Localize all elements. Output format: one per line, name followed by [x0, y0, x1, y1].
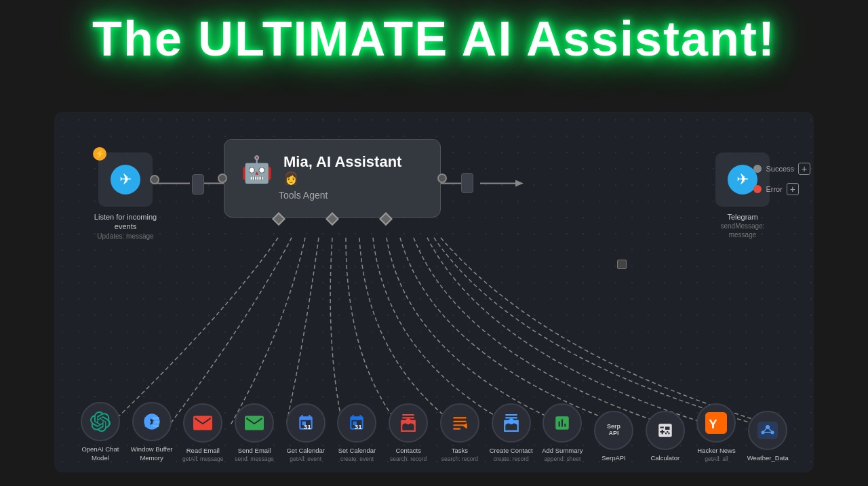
connector-box-2 — [461, 173, 473, 193]
success-dot — [753, 165, 762, 173]
diamond-3 — [379, 212, 393, 226]
read-email-icon-circle — [183, 403, 222, 443]
read-email-label: Read Email — [186, 447, 220, 455]
send-email-sublabel: send: message — [235, 455, 274, 462]
svg-text:31: 31 — [355, 423, 362, 430]
svg-marker-5 — [515, 180, 524, 186]
error-row: Error + — [753, 183, 810, 195]
tool-calculator: Calculator — [639, 411, 691, 462]
ai-agent-node: 🤖 Mia, AI Assistant 👩 Tools Agent — [224, 139, 441, 218]
set-calendar-icon-circle: 31 — [337, 403, 376, 443]
tool-serpapi: SerpAPI SerpAPI — [588, 411, 639, 462]
title-area: The ULTIMATE AI Assistant! — [0, 0, 868, 73]
success-row: Success + — [753, 163, 810, 175]
telegram-send-node: ✈ Success + Error + Telegram sendMessage… — [709, 153, 776, 239]
svg-text:31: 31 — [303, 423, 311, 430]
ai-agent-subtitle: Tools Agent — [241, 190, 424, 201]
tool-add-summary: Add Summary append: sheet — [536, 403, 588, 462]
hacker-news-sublabel: getAll: all — [705, 455, 728, 462]
create-contact-label: Create Contact — [490, 447, 533, 455]
tool-weather: Weather_Data — [742, 411, 793, 462]
send-email-icon-circle — [235, 403, 274, 443]
agent-connector-left — [218, 174, 227, 183]
svg-rect-7 — [144, 421, 151, 424]
success-plus-btn[interactable]: + — [798, 163, 810, 175]
agent-bottom-connectors — [224, 214, 440, 224]
telegram-send-label: Telegram sendMessage: message — [709, 212, 776, 239]
tool-window-buffer: Window BufferMemory — [126, 402, 178, 462]
telegram-send-box: ✈ Success + Error + — [715, 153, 770, 207]
ai-agent-avatar: 👩 — [283, 171, 298, 186]
diamond-2 — [326, 212, 339, 226]
svg-rect-11 — [153, 425, 159, 428]
add-summary-icon-circle — [542, 403, 582, 443]
tool-send-email: Send Email send: message — [229, 403, 280, 462]
page-title: The ULTIMATE AI Assistant! — [0, 12, 868, 66]
ai-agent-box: 🤖 Mia, AI Assistant 👩 Tools Agent — [224, 139, 441, 218]
lightning-badge: ⚡ — [93, 147, 106, 161]
ai-agent-title: Mia, AI Assistant — [283, 153, 401, 171]
weather-label: Weather_Data — [747, 454, 789, 462]
set-calendar-sublabel: create: event — [340, 455, 374, 462]
send-email-label: Send Email — [238, 447, 271, 455]
contacts-label: Contacts — [395, 447, 421, 455]
tasks-label: Tasks — [452, 447, 468, 455]
window-buffer-label: Window BufferMemory — [131, 445, 173, 462]
svg-rect-17 — [453, 428, 460, 430]
small-square — [617, 260, 627, 269]
serpapi-icon-circle: SerpAPI — [594, 411, 633, 450]
calculator-icon-circle — [646, 411, 685, 450]
hacker-news-label: Hacker News — [697, 447, 736, 455]
get-calendar-sublabel: getAll: event — [290, 455, 321, 462]
add-summary-sublabel: append: sheet — [544, 455, 580, 462]
contacts-sublabel: search: record — [390, 455, 427, 462]
tool-nodes-row: OpenAI ChatModel Window BufferMemory Rea… — [75, 402, 793, 462]
calculator-label: Calculator — [650, 454, 679, 462]
add-summary-label: Add Summary — [542, 447, 583, 455]
create-contact-icon-circle — [492, 403, 531, 443]
output-connectors: Success + Error + — [753, 163, 810, 195]
svg-rect-8 — [144, 425, 151, 428]
telegram-listen-node: ⚡ ✈ Listen for incoming events Updates: … — [92, 153, 159, 241]
telegram-send-icon: ✈ — [728, 165, 757, 195]
weather-icon-circle — [748, 411, 787, 450]
set-calendar-label: Set Calendar — [338, 447, 376, 455]
tool-get-calendar: 31 Get Calendar getAll: event — [280, 403, 332, 462]
hacker-news-icon-circle: Y — [696, 403, 736, 443]
tool-openai: OpenAI ChatModel — [75, 402, 126, 462]
openai-label: OpenAI ChatModel — [81, 445, 119, 462]
telegram-listen-icon: ✈ — [111, 165, 140, 195]
get-calendar-icon-circle: 31 — [286, 403, 326, 443]
read-email-sublabel: getAll: message — [182, 455, 223, 462]
telegram-listen-label: Listen for incoming events Updates: mess… — [92, 212, 159, 241]
error-dot — [753, 185, 762, 193]
tool-create-contact: Create Contact create: record — [486, 403, 537, 462]
tasks-sublabel: search: record — [441, 455, 478, 462]
svg-rect-6 — [144, 417, 151, 420]
tasks-icon-circle — [440, 403, 479, 443]
diamond-1 — [272, 212, 285, 226]
telegram-listen-box: ⚡ ✈ — [98, 153, 153, 207]
robot-icon: 🤖 — [241, 155, 273, 184]
create-contact-sublabel: create: record — [493, 455, 528, 462]
svg-rect-15 — [453, 421, 467, 422]
window-buffer-icon-circle — [132, 402, 172, 441]
svg-rect-14 — [453, 418, 467, 419]
listen-connector-right — [150, 175, 159, 184]
openai-icon-circle — [81, 402, 120, 441]
svg-rect-10 — [153, 421, 159, 424]
svg-rect-21 — [757, 422, 778, 439]
contacts-icon-circle — [389, 403, 428, 443]
svg-text:Y: Y — [709, 417, 718, 431]
workflow-canvas: ⚡ ✈ Listen for incoming events Updates: … — [54, 112, 814, 472]
ai-agent-header: 🤖 Mia, AI Assistant 👩 — [241, 153, 424, 186]
serpapi-label: SerpAPI — [601, 454, 625, 462]
agent-connector-right — [437, 174, 447, 183]
connector-box-1 — [192, 174, 204, 195]
svg-marker-18 — [462, 423, 467, 429]
error-plus-btn[interactable]: + — [787, 183, 799, 195]
svg-rect-9 — [153, 417, 159, 420]
tool-contacts: Contacts search: record — [382, 403, 434, 462]
tool-tasks: Tasks search: record — [434, 403, 486, 462]
tool-read-email: Read Email getAll: message — [177, 403, 229, 462]
